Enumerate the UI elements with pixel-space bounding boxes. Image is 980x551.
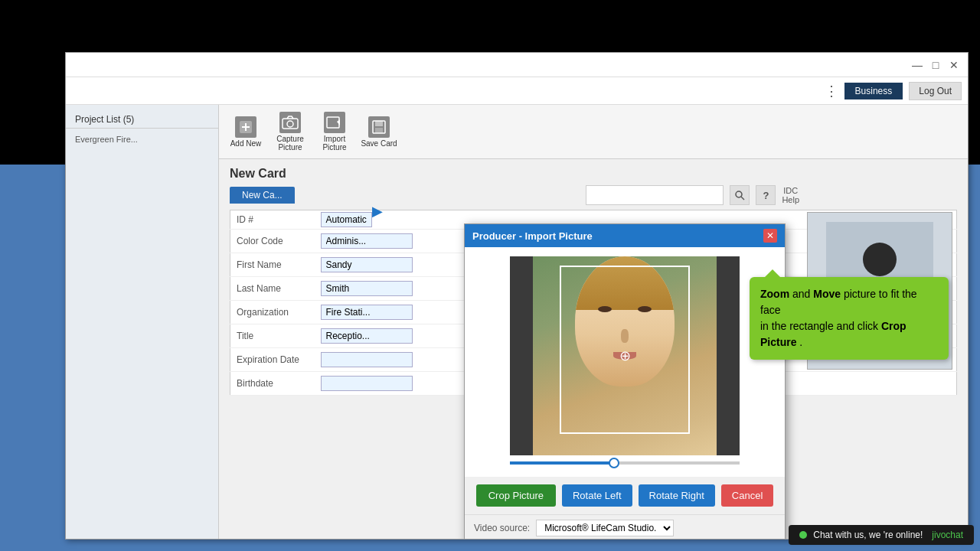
tooltip-bubble: Zoom and Move picture to fit the facein … bbox=[750, 277, 949, 360]
birthdate-label: Birthdate bbox=[230, 372, 315, 396]
left-sidebar: Project List (5) Evergreen Fire... bbox=[66, 105, 219, 539]
zoom-slider-area bbox=[510, 455, 740, 468]
svg-rect-8 bbox=[375, 128, 383, 133]
expiration-date-label: Expiration Date bbox=[230, 348, 315, 372]
tooltip-move-word: Move bbox=[813, 288, 841, 300]
more-icon[interactable]: ⋮ bbox=[825, 83, 838, 99]
cancel-button[interactable]: Cancel bbox=[721, 484, 773, 507]
search-input[interactable] bbox=[586, 185, 724, 205]
svg-line-11 bbox=[741, 197, 744, 200]
expand-arrow[interactable]: ▶ bbox=[372, 203, 383, 220]
video-source-bar: Video source: Microsoft® LifeCam Studio.… bbox=[465, 514, 785, 539]
help-button[interactable]: ? bbox=[756, 185, 776, 205]
first-name-label: First Name bbox=[230, 253, 315, 277]
chat-online-dot bbox=[799, 531, 807, 539]
chat-platform: jivochat bbox=[932, 530, 963, 540]
camera-icon bbox=[279, 112, 301, 133]
color-code-input[interactable] bbox=[321, 233, 413, 249]
svg-point-10 bbox=[736, 191, 742, 197]
organization-label: Organization bbox=[230, 301, 315, 324]
capture-picture-button[interactable]: Capture Picture bbox=[270, 108, 311, 155]
close-button[interactable]: ✕ bbox=[946, 57, 962, 73]
last-name-input[interactable] bbox=[321, 281, 413, 296]
rotate-left-button[interactable]: Rotate Left bbox=[562, 484, 632, 507]
crop-picture-button[interactable]: Crop Picture bbox=[476, 484, 556, 507]
modal-body: ⊕ bbox=[465, 247, 785, 477]
modal-title: Producer - Import Picture bbox=[472, 230, 593, 242]
card-file-label: Evergreen Fire... bbox=[66, 132, 218, 147]
minimize-button[interactable]: — bbox=[910, 57, 925, 73]
title-input[interactable] bbox=[321, 328, 413, 344]
svg-rect-7 bbox=[375, 121, 383, 126]
tooltip-zoom-word: Zoom bbox=[760, 288, 789, 300]
crosshair-icon: ⊕ bbox=[619, 347, 631, 364]
add-new-icon bbox=[235, 116, 256, 138]
business-button[interactable]: Business bbox=[844, 83, 903, 99]
add-new-label: Add New bbox=[230, 139, 262, 148]
toolbar: Add New Capture Picture Import Picture bbox=[219, 105, 968, 159]
photo-crop-area[interactable]: ⊕ bbox=[510, 256, 740, 455]
import-picture-modal: Producer - Import Picture ✕ bbox=[464, 223, 786, 539]
chat-bubble[interactable]: Chat with us, we 're online! jivochat bbox=[789, 525, 974, 545]
import-picture-button[interactable]: Import Picture bbox=[314, 108, 355, 155]
color-code-label: Color Code bbox=[230, 230, 315, 253]
save-card-button[interactable]: Save Card bbox=[358, 112, 400, 152]
title-bar: — □ ✕ bbox=[66, 53, 968, 77]
tooltip-text3: . bbox=[799, 336, 802, 348]
capture-picture-label: Capture Picture bbox=[272, 135, 309, 152]
svg-rect-5 bbox=[327, 117, 339, 128]
new-card-title: New Card bbox=[230, 167, 957, 181]
zoom-slider-thumb[interactable] bbox=[609, 458, 619, 468]
import-picture-icon bbox=[324, 112, 345, 133]
zoom-slider-track bbox=[510, 461, 613, 465]
save-card-icon bbox=[368, 116, 390, 138]
rotate-right-button[interactable]: Rotate Right bbox=[639, 484, 715, 507]
add-new-button[interactable]: Add New bbox=[225, 112, 266, 152]
search-area: ? IDCHelp bbox=[586, 185, 799, 205]
chat-text: Chat with us, we 're online! bbox=[813, 530, 923, 540]
logout-button[interactable]: Log Out bbox=[909, 82, 962, 100]
last-name-label: Last Name bbox=[230, 277, 315, 301]
expiration-date-input[interactable] bbox=[321, 352, 413, 367]
new-card-tab[interactable]: New Ca... bbox=[230, 187, 295, 204]
svg-point-9 bbox=[863, 243, 897, 276]
modal-close-button[interactable]: ✕ bbox=[763, 229, 777, 243]
video-source-label: Video source: bbox=[474, 523, 530, 533]
app-nav: ⋮ Business Log Out bbox=[66, 77, 968, 105]
maximize-button[interactable]: □ bbox=[928, 57, 943, 73]
title-label: Title bbox=[230, 324, 315, 348]
modal-footer: Crop Picture Rotate Left Rotate Right Ca… bbox=[465, 477, 785, 514]
modal-title-bar: Producer - Import Picture ✕ bbox=[465, 224, 785, 247]
search-button[interactable] bbox=[730, 185, 750, 205]
id-value: Automatic bbox=[321, 212, 372, 227]
tooltip-and1: and bbox=[792, 288, 813, 300]
organization-input[interactable] bbox=[321, 305, 413, 320]
first-name-input[interactable] bbox=[321, 257, 413, 272]
svg-point-4 bbox=[287, 121, 293, 127]
project-list-header: Project List (5) bbox=[66, 111, 218, 129]
app-window: — □ ✕ ⋮ Business Log Out Project List (5… bbox=[65, 52, 969, 540]
idc-help-label: IDCHelp bbox=[782, 186, 799, 204]
save-card-label: Save Card bbox=[361, 139, 397, 148]
import-picture-label: Import Picture bbox=[316, 135, 353, 152]
birthdate-input[interactable] bbox=[321, 376, 413, 391]
id-label: ID # bbox=[230, 210, 315, 230]
zoom-slider[interactable] bbox=[510, 461, 740, 465]
video-source-select[interactable]: Microsoft® LifeCam Studio... bbox=[536, 520, 674, 536]
